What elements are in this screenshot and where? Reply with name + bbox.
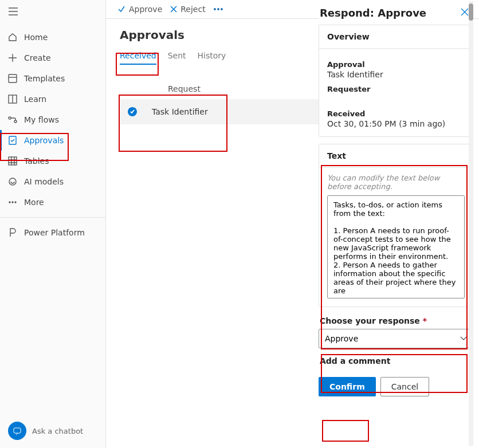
nav-label: Create	[24, 53, 51, 62]
approval-text-input[interactable]	[328, 196, 464, 296]
approve-action[interactable]: Approve	[117, 5, 162, 14]
nav-powerplatform[interactable]: Power Platform	[0, 222, 105, 243]
nav-aimodels[interactable]: AI models	[0, 171, 105, 192]
svg-point-13	[221, 9, 222, 10]
received-label: Received	[327, 109, 465, 118]
nav-home[interactable]: Home	[0, 27, 105, 48]
response-section: Choose your response * Approve	[319, 314, 473, 348]
overview-heading: Overview	[319, 25, 473, 49]
approval-value: Task Identifier	[327, 70, 465, 79]
approvals-icon	[8, 136, 17, 145]
received-value: Oct 30, 01:50 PM (3 min ago)	[327, 119, 465, 128]
nav-label: Home	[24, 33, 48, 42]
svg-point-8	[12, 202, 13, 203]
book-icon	[8, 95, 17, 104]
more-actions[interactable]	[214, 8, 223, 10]
x-icon	[170, 6, 177, 13]
reject-label: Reject	[180, 5, 205, 14]
nav-create[interactable]: Create	[0, 48, 105, 68]
templates-icon	[8, 74, 17, 83]
nav-label: Power Platform	[24, 228, 85, 237]
overview-card: Overview Approval Task Identifier Reques…	[319, 25, 473, 137]
confirm-button[interactable]: Confirm	[319, 377, 376, 396]
text-card: Text You can modify the text below befor…	[319, 144, 473, 307]
panel-scrollbar-track[interactable]	[469, 1, 473, 446]
home-icon	[8, 33, 17, 42]
cancel-button[interactable]: Cancel	[380, 377, 429, 396]
flows-icon	[8, 115, 17, 124]
panel-buttons: Confirm Cancel	[319, 377, 473, 396]
nav-label: My flows	[24, 115, 59, 124]
chatbot-label: Ask a chatbot	[32, 427, 83, 435]
svg-point-11	[214, 9, 215, 10]
approve-label: Approve	[129, 5, 162, 14]
tab-history[interactable]: History	[198, 51, 226, 65]
text-heading: Text	[319, 144, 473, 168]
ellipsis-icon	[214, 8, 223, 10]
nav-label: Approvals	[24, 136, 64, 145]
tab-received[interactable]: Received	[120, 51, 156, 65]
hamburger-icon	[8, 7, 18, 15]
reject-action[interactable]: Reject	[170, 5, 205, 14]
requester-value	[327, 95, 465, 104]
powerplatform-icon	[8, 228, 17, 237]
panel-title: Respond: Approve	[320, 7, 426, 19]
tables-icon	[8, 156, 17, 166]
tab-sent[interactable]: Sent	[168, 51, 186, 65]
hamburger-button[interactable]	[0, 0, 105, 25]
svg-point-2	[9, 117, 11, 119]
response-select[interactable]: Approve	[319, 329, 473, 348]
nav-label: Learn	[24, 95, 46, 104]
svg-rect-0	[9, 74, 17, 82]
response-selected-value: Approve	[325, 334, 358, 343]
nav-more[interactable]: More	[0, 192, 105, 213]
svg-point-3	[14, 120, 17, 123]
chatbot-icon	[8, 422, 26, 440]
nav-templates[interactable]: Templates	[0, 68, 105, 89]
sidebar: Home Create Templates Learn My flows App…	[0, 0, 106, 448]
check-icon	[117, 5, 125, 13]
response-label: Choose your response *	[320, 316, 473, 325]
plus-icon	[8, 53, 17, 62]
approval-label: Approval	[327, 60, 465, 69]
chatbot-launcher[interactable]: Ask a chatbot	[0, 416, 105, 448]
panel-scrollbar-thumb[interactable]	[469, 3, 473, 21]
text-hint: You can modify the text below before acc…	[327, 174, 465, 191]
comment-label: Add a comment	[320, 356, 473, 366]
more-icon	[8, 198, 17, 207]
svg-point-9	[15, 202, 16, 203]
request-title: Task Identifier	[152, 107, 208, 116]
requester-label: Requester	[327, 85, 465, 93]
nav-label: AI models	[24, 177, 64, 186]
selected-check-icon	[128, 107, 137, 116]
svg-rect-4	[9, 136, 16, 144]
ai-icon	[8, 177, 17, 186]
close-icon	[461, 8, 469, 16]
svg-point-7	[9, 202, 10, 203]
nav-approvals[interactable]: Approvals	[0, 130, 105, 151]
svg-rect-5	[9, 157, 17, 165]
respond-panel: Respond: Approve Overview Approval Task …	[319, 1, 473, 446]
nav-separator	[0, 217, 105, 218]
chevron-down-icon	[460, 336, 467, 341]
panel-close-button[interactable]	[461, 7, 469, 18]
nav-label: Templates	[24, 74, 65, 83]
svg-point-6	[9, 178, 16, 185]
nav-tables[interactable]: Tables	[0, 151, 105, 171]
nav-learn[interactable]: Learn	[0, 89, 105, 109]
nav-list: Home Create Templates Learn My flows App…	[0, 25, 105, 416]
nav-myflows[interactable]: My flows	[0, 109, 105, 130]
nav-label: More	[24, 198, 44, 207]
svg-point-12	[217, 9, 219, 10]
nav-label: Tables	[24, 156, 49, 166]
svg-rect-10	[14, 428, 21, 433]
panel-header: Respond: Approve	[319, 1, 473, 25]
